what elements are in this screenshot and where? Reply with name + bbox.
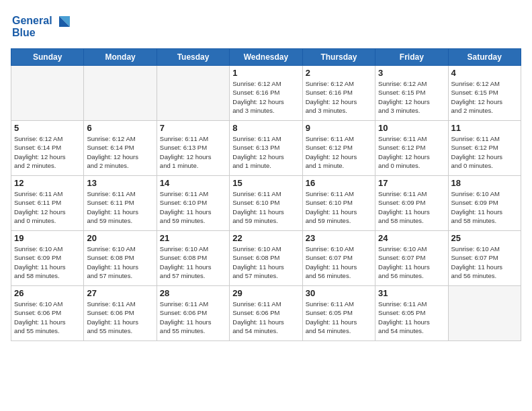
week-row-5: 26Sunrise: 6:10 AMSunset: 6:06 PMDayligh… — [11, 286, 521, 341]
day-number: 31 — [378, 288, 445, 298]
day-cell: 5Sunrise: 6:12 AMSunset: 6:14 PMDaylight… — [11, 121, 84, 176]
day-number: 29 — [232, 288, 299, 298]
day-cell: 15Sunrise: 6:11 AMSunset: 6:10 PMDayligh… — [230, 176, 302, 231]
day-info: Sunrise: 6:10 AMSunset: 6:07 PMDaylight:… — [378, 244, 445, 280]
day-cell — [11, 66, 84, 121]
day-cell: 25Sunrise: 6:10 AMSunset: 6:07 PMDayligh… — [448, 231, 521, 286]
day-info: Sunrise: 6:11 AMSunset: 6:09 PMDaylight:… — [378, 189, 445, 225]
day-info: Sunrise: 6:12 AMSunset: 6:16 PMDaylight:… — [306, 79, 372, 115]
day-cell — [84, 66, 157, 121]
day-cell: 14Sunrise: 6:11 AMSunset: 6:10 PMDayligh… — [157, 176, 229, 231]
weekday-header-sunday: Sunday — [11, 49, 84, 66]
day-number: 15 — [232, 178, 299, 188]
page: General Blue SundayMondayTuesdayWednesda… — [0, 0, 532, 411]
day-info: Sunrise: 6:11 AMSunset: 6:13 PMDaylight:… — [160, 134, 226, 170]
day-number: 4 — [451, 68, 518, 78]
day-number: 7 — [160, 123, 226, 133]
day-cell: 16Sunrise: 6:11 AMSunset: 6:10 PMDayligh… — [302, 176, 375, 231]
logo-icon: General Blue — [11, 11, 71, 40]
day-number: 25 — [451, 233, 518, 243]
calendar-table: SundayMondayTuesdayWednesdayThursdayFrid… — [11, 48, 521, 341]
day-number: 2 — [306, 68, 372, 78]
day-info: Sunrise: 6:11 AMSunset: 6:10 PMDaylight:… — [232, 189, 299, 225]
day-number: 24 — [378, 233, 445, 243]
day-info: Sunrise: 6:12 AMSunset: 6:15 PMDaylight:… — [378, 79, 445, 115]
day-cell: 6Sunrise: 6:12 AMSunset: 6:14 PMDaylight… — [84, 121, 157, 176]
day-info: Sunrise: 6:11 AMSunset: 6:12 PMDaylight:… — [451, 134, 518, 170]
day-cell: 30Sunrise: 6:11 AMSunset: 6:05 PMDayligh… — [302, 286, 375, 341]
day-cell: 21Sunrise: 6:10 AMSunset: 6:08 PMDayligh… — [157, 231, 229, 286]
day-cell: 29Sunrise: 6:11 AMSunset: 6:06 PMDayligh… — [230, 286, 302, 341]
day-info: Sunrise: 6:11 AMSunset: 6:05 PMDaylight:… — [378, 300, 445, 335]
day-number: 23 — [306, 233, 372, 243]
day-cell: 20Sunrise: 6:10 AMSunset: 6:08 PMDayligh… — [84, 231, 157, 286]
day-number: 3 — [378, 68, 445, 78]
week-row-1: 1Sunrise: 6:12 AMSunset: 6:16 PMDaylight… — [11, 66, 521, 121]
day-info: Sunrise: 6:11 AMSunset: 6:05 PMDaylight:… — [306, 300, 372, 335]
week-row-2: 5Sunrise: 6:12 AMSunset: 6:14 PMDaylight… — [11, 121, 521, 176]
day-cell: 26Sunrise: 6:10 AMSunset: 6:06 PMDayligh… — [11, 286, 84, 341]
day-cell: 18Sunrise: 6:10 AMSunset: 6:09 PMDayligh… — [448, 176, 521, 231]
day-info: Sunrise: 6:11 AMSunset: 6:10 PMDaylight:… — [160, 189, 226, 225]
day-number: 20 — [87, 233, 153, 243]
day-cell: 31Sunrise: 6:11 AMSunset: 6:05 PMDayligh… — [375, 286, 448, 341]
day-number: 21 — [160, 233, 226, 243]
day-info: Sunrise: 6:11 AMSunset: 6:06 PMDaylight:… — [232, 300, 299, 335]
day-number: 22 — [232, 233, 299, 243]
day-number: 28 — [160, 288, 226, 298]
day-info: Sunrise: 6:10 AMSunset: 6:07 PMDaylight:… — [306, 244, 372, 280]
day-cell: 22Sunrise: 6:10 AMSunset: 6:08 PMDayligh… — [230, 231, 302, 286]
day-cell: 2Sunrise: 6:12 AMSunset: 6:16 PMDaylight… — [302, 66, 375, 121]
day-number: 6 — [87, 123, 153, 133]
day-cell: 1Sunrise: 6:12 AMSunset: 6:16 PMDaylight… — [230, 66, 302, 121]
day-info: Sunrise: 6:11 AMSunset: 6:11 PMDaylight:… — [87, 189, 153, 225]
day-number: 11 — [451, 123, 518, 133]
day-info: Sunrise: 6:11 AMSunset: 6:13 PMDaylight:… — [232, 134, 299, 170]
day-cell: 27Sunrise: 6:11 AMSunset: 6:06 PMDayligh… — [84, 286, 157, 341]
weekday-header-monday: Monday — [84, 49, 157, 66]
day-info: Sunrise: 6:10 AMSunset: 6:06 PMDaylight:… — [14, 300, 81, 335]
day-number: 19 — [14, 233, 81, 243]
day-info: Sunrise: 6:11 AMSunset: 6:12 PMDaylight:… — [378, 134, 445, 170]
day-cell: 4Sunrise: 6:12 AMSunset: 6:15 PMDaylight… — [448, 66, 521, 121]
day-cell: 23Sunrise: 6:10 AMSunset: 6:07 PMDayligh… — [302, 231, 375, 286]
day-info: Sunrise: 6:11 AMSunset: 6:06 PMDaylight:… — [160, 300, 226, 335]
day-cell: 13Sunrise: 6:11 AMSunset: 6:11 PMDayligh… — [84, 176, 157, 231]
day-info: Sunrise: 6:12 AMSunset: 6:15 PMDaylight:… — [451, 79, 518, 115]
day-number: 14 — [160, 178, 226, 188]
day-cell — [157, 66, 229, 121]
day-number: 30 — [306, 288, 372, 298]
day-cell: 7Sunrise: 6:11 AMSunset: 6:13 PMDaylight… — [157, 121, 229, 176]
day-cell: 17Sunrise: 6:11 AMSunset: 6:09 PMDayligh… — [375, 176, 448, 231]
day-number: 5 — [14, 123, 81, 133]
day-info: Sunrise: 6:10 AMSunset: 6:08 PMDaylight:… — [160, 244, 226, 280]
day-number: 10 — [378, 123, 445, 133]
day-cell — [448, 286, 521, 341]
day-info: Sunrise: 6:10 AMSunset: 6:09 PMDaylight:… — [14, 244, 81, 280]
day-cell: 8Sunrise: 6:11 AMSunset: 6:13 PMDaylight… — [230, 121, 302, 176]
week-row-4: 19Sunrise: 6:10 AMSunset: 6:09 PMDayligh… — [11, 231, 521, 286]
day-cell: 3Sunrise: 6:12 AMSunset: 6:15 PMDaylight… — [375, 66, 448, 121]
day-cell: 19Sunrise: 6:10 AMSunset: 6:09 PMDayligh… — [11, 231, 84, 286]
day-info: Sunrise: 6:11 AMSunset: 6:10 PMDaylight:… — [306, 189, 372, 225]
day-number: 17 — [378, 178, 445, 188]
logo: General Blue — [11, 11, 71, 43]
day-info: Sunrise: 6:10 AMSunset: 6:09 PMDaylight:… — [451, 189, 518, 225]
day-number: 13 — [87, 178, 153, 188]
day-number: 26 — [14, 288, 81, 298]
day-info: Sunrise: 6:10 AMSunset: 6:07 PMDaylight:… — [451, 244, 518, 280]
day-cell: 9Sunrise: 6:11 AMSunset: 6:12 PMDaylight… — [302, 121, 375, 176]
weekday-header-thursday: Thursday — [302, 49, 375, 66]
day-number: 8 — [232, 123, 299, 133]
weekday-header-tuesday: Tuesday — [157, 49, 229, 66]
logo-text: General Blue — [11, 11, 71, 43]
day-info: Sunrise: 6:12 AMSunset: 6:16 PMDaylight:… — [232, 79, 299, 115]
svg-text:Blue: Blue — [12, 27, 36, 38]
day-info: Sunrise: 6:10 AMSunset: 6:08 PMDaylight:… — [87, 244, 153, 280]
day-number: 1 — [232, 68, 299, 78]
weekday-header-row: SundayMondayTuesdayWednesdayThursdayFrid… — [11, 49, 521, 66]
week-row-3: 12Sunrise: 6:11 AMSunset: 6:11 PMDayligh… — [11, 176, 521, 231]
day-number: 27 — [87, 288, 153, 298]
day-number: 16 — [306, 178, 372, 188]
weekday-header-friday: Friday — [375, 49, 448, 66]
